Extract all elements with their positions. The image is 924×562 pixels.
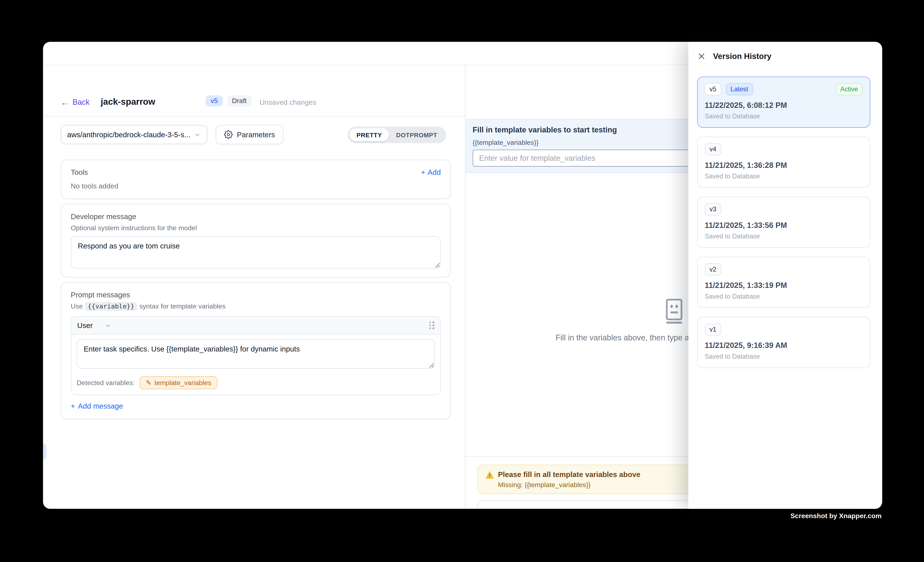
model-controls-row: aws/anthropic/bedrock-claude-3-5-s... Pa…	[61, 125, 451, 144]
version-card[interactable]: v5 Latest Active 11/22/2025, 6:08:12 PM …	[697, 76, 870, 128]
version-number-badge: v1	[705, 323, 721, 336]
message-role-select[interactable]: User	[77, 321, 93, 329]
version-number-badge: v2	[705, 263, 721, 275]
robot-face-icon	[660, 297, 687, 324]
screenshot-credit: Screenshot by Xnapper.com	[790, 512, 882, 519]
close-icon[interactable]	[697, 52, 706, 61]
model-selector[interactable]: aws/anthropic/bedrock-claude-3-5-s...	[61, 125, 207, 144]
version-card[interactable]: v2 11/21/2025, 1:33:19 PM Saved to Datab…	[697, 257, 870, 308]
version-number-badge: v5	[705, 83, 721, 96]
parameters-label: Parameters	[237, 130, 275, 139]
version-history-header: Version History	[688, 42, 882, 61]
chevron-down-icon	[194, 131, 201, 138]
drag-handle-icon[interactable]	[429, 322, 434, 329]
warning-icon	[486, 471, 494, 478]
toggle-dotprompt[interactable]: DOTPROMPT	[389, 128, 444, 141]
page-title: jack-sparrow	[101, 97, 155, 107]
message-header: User	[71, 317, 440, 335]
version-badges-row: v4	[705, 143, 862, 155]
tools-empty-text: No tools added	[71, 182, 441, 190]
prompt-editor-pane: ← Back jack-sparrow v5 Draft Unsaved cha…	[43, 65, 466, 508]
model-selector-value: aws/anthropic/bedrock-claude-3-5-s...	[67, 130, 190, 139]
version-badges-row: v2	[705, 263, 862, 275]
active-badge: Active	[836, 83, 862, 96]
plus-icon: +	[71, 402, 75, 411]
version-list: v5 Latest Active 11/22/2025, 6:08:12 PM …	[688, 61, 882, 368]
version-badges-row: v3	[705, 203, 862, 215]
tools-card: Tools + Add No tools added	[61, 160, 451, 199]
message-block: User Enter task specifics. Use {{templat…	[71, 316, 441, 395]
detected-variables-label: Detected variables:	[76, 379, 135, 386]
version-status: Saved to Database	[705, 112, 862, 120]
plus-icon: +	[421, 169, 426, 177]
title-row: ← Back jack-sparrow v5 Draft Unsaved cha…	[43, 65, 465, 117]
version-timestamp: 11/21/2025, 9:16:39 AM	[705, 341, 862, 350]
view-mode-toggle: PRETTY DOTPROMPT	[348, 126, 446, 143]
version-timestamp: 11/21/2025, 1:33:56 PM	[705, 221, 862, 230]
version-status: Saved to Database	[705, 233, 862, 240]
version-card[interactable]: v4 11/21/2025, 1:36:28 PM Saved to Datab…	[697, 137, 870, 188]
developer-message-input[interactable]: Respond as you are tom cruise	[71, 236, 441, 268]
chevron-down-icon	[105, 322, 112, 329]
subtitle-suffix: syntax for template variables	[139, 303, 225, 310]
back-label: Back	[72, 98, 90, 107]
add-message-label: Add message	[78, 402, 123, 411]
toggle-pretty[interactable]: PRETTY	[350, 128, 389, 141]
back-button[interactable]: ← Back	[61, 98, 90, 107]
subtitle-prefix: Use	[71, 303, 83, 310]
screenshot-stage: ← Back jack-sparrow v5 Draft Unsaved cha…	[0, 0, 924, 562]
pencil-icon: ✎	[146, 378, 152, 387]
latest-badge: Latest	[726, 83, 753, 96]
prompt-messages-subtitle: Use {{variable}} syntax for template var…	[71, 303, 441, 310]
add-message-button[interactable]: + Add message	[71, 402, 441, 411]
developer-message-title: Developer message	[71, 212, 441, 221]
left-edge-tab[interactable]	[43, 444, 46, 460]
tools-title: Tools	[71, 169, 88, 177]
version-history-panel: Version History v5 Latest Active 11/22/2…	[688, 42, 882, 509]
message-content-input[interactable]: Enter task specifics. Use {{template_var…	[76, 339, 435, 369]
version-status: Saved to Database	[705, 353, 862, 360]
developer-message-subtitle: Optional system instructions for the mod…	[71, 224, 441, 232]
draft-badge: Draft	[227, 95, 251, 107]
version-card[interactable]: v1 11/21/2025, 9:16:39 AM Saved to Datab…	[697, 317, 870, 368]
version-badges-row: v5 Latest Active	[705, 83, 862, 96]
variable-syntax-chip: {{variable}}	[85, 302, 137, 311]
version-timestamp: 11/21/2025, 1:33:19 PM	[705, 281, 862, 290]
prompt-messages-title: Prompt messages	[71, 291, 441, 299]
version-status: Saved to Database	[705, 172, 862, 179]
add-tool-button[interactable]: + Add	[421, 169, 441, 177]
prompt-messages-card: Prompt messages Use {{variable}} syntax …	[61, 282, 451, 419]
template-variable-name: template_variables	[154, 379, 211, 386]
parameters-button[interactable]: Parameters	[216, 125, 283, 144]
back-arrow-icon: ←	[61, 98, 69, 106]
version-card[interactable]: v3 11/21/2025, 1:33:56 PM Saved to Datab…	[697, 197, 870, 248]
warning-title: Please fill in all template variables ab…	[498, 471, 640, 479]
editor-scroll-area: aws/anthropic/bedrock-claude-3-5-s... Pa…	[43, 117, 465, 419]
version-status: Saved to Database	[705, 293, 862, 300]
add-tool-label: Add	[428, 169, 441, 177]
version-timestamp: 11/22/2025, 6:08:12 PM	[705, 101, 862, 109]
version-timestamp: 11/21/2025, 1:36:28 PM	[705, 161, 862, 170]
version-history-title: Version History	[713, 52, 771, 61]
developer-message-card: Developer message Optional system instru…	[61, 204, 451, 277]
version-badge: v5	[206, 95, 223, 107]
gear-icon	[224, 130, 232, 139]
unsaved-changes-text: Unsaved changes	[260, 99, 316, 107]
template-variable-chip[interactable]: ✎ template_variables	[140, 376, 217, 389]
version-number-badge: v3	[705, 203, 721, 215]
version-number-badge: v4	[705, 143, 721, 155]
detected-variables-row: Detected variables: ✎ template_variables	[71, 372, 440, 395]
version-badges-row: v1	[705, 323, 862, 336]
